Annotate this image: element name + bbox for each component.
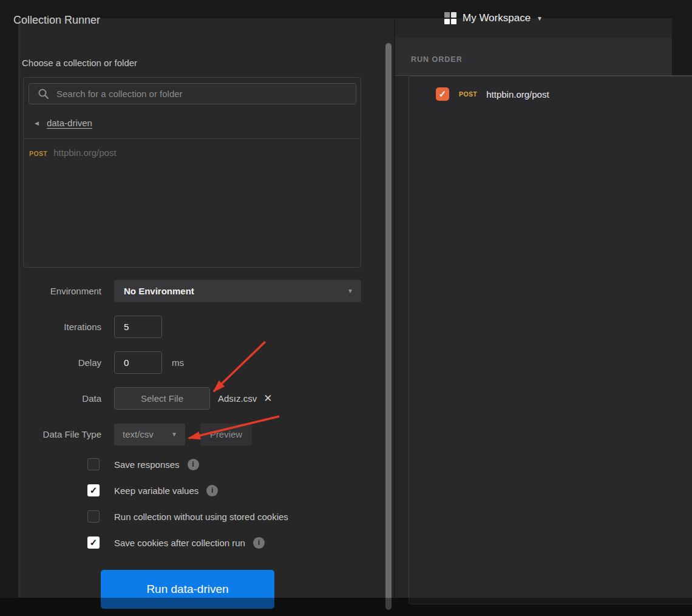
- save-responses-row: Save responses i: [87, 458, 199, 471]
- keep-variable-values-label: Keep variable values: [114, 486, 198, 496]
- request-url: httpbin.org/post: [53, 147, 116, 158]
- page-title: Collection Runner: [13, 14, 100, 27]
- stored-cookies-row: Run collection without using stored cook…: [87, 510, 288, 523]
- workspace-grid-icon: [444, 12, 456, 24]
- iterations-input[interactable]: [114, 316, 162, 338]
- data-file-type-label: Data File Type: [22, 429, 101, 439]
- request-method-badge: POST: [29, 150, 47, 157]
- run-collection-button[interactable]: Run data-driven: [101, 570, 274, 609]
- environment-dropdown[interactable]: No Environment ▼: [114, 280, 361, 302]
- info-icon[interactable]: i: [206, 485, 218, 496]
- collection-search[interactable]: [29, 83, 356, 104]
- stored-cookies-label: Run collection without using stored cook…: [114, 512, 288, 522]
- data-file-name: Adsız.csv: [218, 393, 257, 404]
- data-file-type-dropdown[interactable]: text/csv ▼: [114, 424, 185, 445]
- search-input[interactable]: [56, 89, 350, 99]
- workspace-label: My Workspace: [463, 12, 531, 24]
- run-order-list: ✓ POST httpbin.org/post: [409, 76, 692, 604]
- workspace-selector[interactable]: My Workspace ▼: [444, 12, 543, 24]
- vertical-scrollbar[interactable]: [385, 43, 392, 610]
- select-file-button[interactable]: Select File: [114, 387, 210, 410]
- run-order-item[interactable]: ✓ POST httpbin.org/post: [436, 87, 549, 101]
- choose-collection-label: Choose a collection or folder: [22, 58, 137, 68]
- collection-runner-window: Collection Runner My Workspace ▼ Choose …: [0, 0, 692, 616]
- data-file-type-value: text/csv: [123, 429, 154, 439]
- panel-divider: [394, 18, 395, 604]
- chevron-down-icon: ▼: [537, 15, 543, 22]
- search-icon: [38, 88, 49, 100]
- save-cookies-label: Save cookies after collection run: [114, 538, 245, 548]
- delay-input[interactable]: [114, 351, 162, 374]
- chevron-down-icon: ▼: [171, 431, 177, 438]
- breadcrumb: ◀ data-driven: [35, 118, 92, 128]
- save-cookies-checkbox[interactable]: ✓: [87, 536, 100, 549]
- environment-row: Environment No Environment ▼: [22, 280, 386, 302]
- delay-label: Delay: [22, 357, 101, 368]
- run-order-item-checkbox[interactable]: ✓: [436, 87, 449, 101]
- preview-button[interactable]: Preview: [200, 424, 252, 445]
- save-responses-label: Save responses: [114, 459, 180, 470]
- clear-file-icon[interactable]: ✕: [263, 393, 272, 404]
- stored-cookies-checkbox[interactable]: [87, 510, 100, 523]
- environment-label: Environment: [22, 286, 101, 296]
- delay-row: Delay ms: [22, 351, 386, 374]
- breadcrumb-collection-link[interactable]: data-driven: [47, 118, 92, 128]
- run-order-url: httpbin.org/post: [486, 89, 549, 100]
- iterations-label: Iterations: [22, 322, 101, 332]
- iterations-row: Iterations: [22, 316, 386, 338]
- list-divider: [24, 138, 361, 139]
- keep-variable-values-checkbox[interactable]: ✓: [87, 484, 100, 496]
- info-icon[interactable]: i: [253, 537, 265, 549]
- save-responses-checkbox[interactable]: [87, 458, 100, 470]
- run-order-method-badge: POST: [459, 90, 477, 98]
- back-icon[interactable]: ◀: [35, 120, 39, 126]
- keep-variable-values-row: ✓ Keep variable values i: [87, 484, 218, 497]
- data-label: Data: [22, 393, 101, 404]
- save-cookies-row: ✓ Save cookies after collection run i: [87, 536, 265, 549]
- delay-unit: ms: [172, 357, 184, 368]
- info-icon[interactable]: i: [188, 459, 199, 470]
- data-row: Data Select File Adsız.csv ✕: [22, 387, 386, 410]
- environment-value: No Environment: [124, 286, 194, 296]
- collection-picker: ◀ data-driven POST httpbin.org/post: [23, 77, 361, 268]
- chevron-down-icon: ▼: [347, 288, 353, 294]
- collection-request-row[interactable]: POST httpbin.org/post: [29, 147, 117, 158]
- data-file-type-row: Data File Type text/csv ▼ Preview: [22, 423, 386, 445]
- run-order-title: RUN ORDER: [411, 55, 463, 64]
- top-bar: [0, 0, 692, 18]
